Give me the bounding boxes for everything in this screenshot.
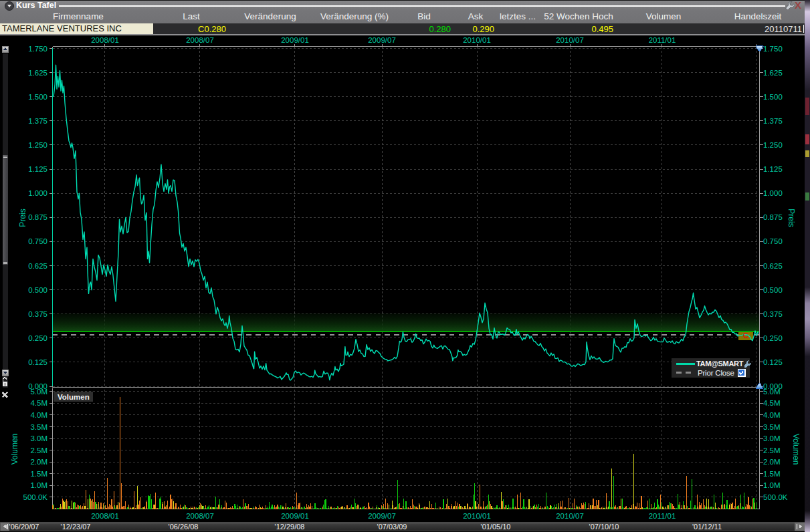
svg-text:0.750: 0.750 (28, 237, 47, 245)
svg-text:0.500: 0.500 (763, 286, 783, 294)
svg-text:0.250: 0.250 (763, 334, 783, 342)
svg-text:1.125: 1.125 (28, 165, 47, 173)
svg-text:Preis: Preis (787, 209, 796, 227)
svg-text:4.5M: 4.5M (30, 399, 47, 407)
svg-text:0.375: 0.375 (28, 310, 47, 318)
svg-text:5.0M: 5.0M (30, 388, 47, 396)
svg-text:'07/03/09: '07/03/09 (377, 523, 407, 531)
svg-text:2008/01: 2008/01 (91, 36, 119, 44)
svg-text:1.375: 1.375 (28, 117, 47, 125)
svg-text:0.625: 0.625 (28, 262, 47, 270)
svg-text:1.0M: 1.0M (763, 481, 781, 489)
svg-text:1.125: 1.125 (763, 165, 783, 173)
svg-text:0.625: 0.625 (763, 262, 783, 270)
svg-text:2009/01: 2009/01 (281, 512, 309, 520)
svg-text:'12/23/07: '12/23/07 (61, 523, 91, 531)
svg-text:3.5M: 3.5M (763, 423, 781, 431)
svg-text:'01/05/10: '01/05/10 (481, 523, 511, 531)
svg-text:1.500: 1.500 (28, 93, 47, 101)
svg-text:0.875: 0.875 (28, 213, 47, 221)
svg-text:Volumen: Volumen (10, 434, 19, 465)
svg-text:0.125: 0.125 (763, 358, 783, 366)
svg-text:500.0K: 500.0K (23, 493, 48, 501)
svg-text:5.0M: 5.0M (763, 388, 781, 396)
svg-text:2009/01: 2009/01 (281, 36, 309, 44)
svg-text:0.750: 0.750 (763, 237, 783, 245)
svg-text:1.750: 1.750 (28, 45, 47, 53)
svg-text:'12/29/08: '12/29/08 (275, 523, 305, 531)
svg-text:1.625: 1.625 (28, 69, 47, 77)
svg-text:1.0M: 1.0M (30, 481, 47, 489)
svg-text:C: C (743, 331, 748, 340)
svg-text:1.750: 1.750 (763, 45, 783, 53)
svg-text:2011/01: 2011/01 (649, 512, 676, 520)
svg-text:1.375: 1.375 (763, 117, 783, 125)
svg-text:2010/01: 2010/01 (463, 512, 491, 520)
svg-text:TAM@SMART: TAM@SMART (696, 360, 744, 368)
svg-text:2008/01: 2008/01 (91, 512, 119, 520)
svg-text:1.000: 1.000 (28, 189, 47, 197)
svg-text:3.0M: 3.0M (30, 434, 47, 442)
svg-text:2.0M: 2.0M (763, 458, 781, 466)
svg-text:1.5M: 1.5M (30, 470, 47, 478)
svg-text:'06/26/08: '06/26/08 (169, 523, 199, 531)
svg-text:'07/10/10: '07/10/10 (589, 523, 619, 531)
svg-text:4.5M: 4.5M (763, 399, 781, 407)
svg-text:0.875: 0.875 (763, 213, 783, 221)
svg-text:0.250: 0.250 (28, 334, 47, 342)
svg-text:0.125: 0.125 (28, 358, 47, 366)
svg-text:2008/07: 2008/07 (186, 36, 214, 44)
svg-text:4.0M: 4.0M (763, 411, 781, 419)
svg-text:Preis: Preis (18, 209, 27, 227)
svg-text:1.5M: 1.5M (763, 470, 781, 478)
svg-text:4.0M: 4.0M (30, 411, 47, 419)
svg-text:2010/07: 2010/07 (556, 36, 584, 44)
svg-text:2011/01: 2011/01 (649, 36, 676, 44)
svg-text:2.5M: 2.5M (763, 446, 781, 454)
svg-text:1.250: 1.250 (763, 141, 783, 149)
svg-text:2008/07: 2008/07 (186, 512, 214, 520)
svg-text:1.000: 1.000 (763, 189, 783, 197)
svg-text:2009/07: 2009/07 (368, 36, 396, 44)
svg-text:3.0M: 3.0M (763, 434, 781, 442)
svg-text:1.625: 1.625 (763, 69, 783, 77)
svg-text:1.500: 1.500 (763, 93, 783, 101)
svg-text:2010/07: 2010/07 (556, 512, 584, 520)
svg-text:Volumen: Volumen (791, 434, 801, 465)
svg-text:2010/01: 2010/01 (463, 36, 491, 44)
svg-text:3.5M: 3.5M (30, 423, 47, 431)
svg-text:0.375: 0.375 (763, 310, 783, 318)
svg-text:2.5M: 2.5M (30, 446, 47, 454)
svg-text:Volumen: Volumen (58, 393, 90, 401)
svg-text:0.500: 0.500 (28, 286, 47, 294)
svg-text:'01/12/11: '01/12/11 (692, 523, 722, 531)
svg-text:Prior Close: Prior Close (698, 369, 734, 377)
svg-text:2.0M: 2.0M (30, 458, 47, 466)
svg-text:500.0K: 500.0K (763, 493, 788, 501)
svg-text:1.250: 1.250 (28, 141, 47, 149)
svg-text:2009/07: 2009/07 (368, 512, 396, 520)
svg-text:'06/20/07: '06/20/07 (9, 523, 39, 531)
